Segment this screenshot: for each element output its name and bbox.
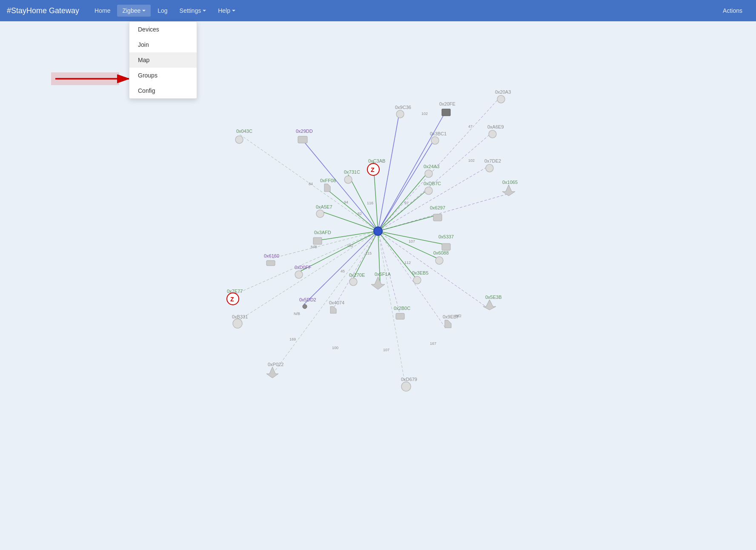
svg-point-76 bbox=[349, 278, 357, 286]
svg-line-8 bbox=[378, 231, 489, 309]
svg-text:0x7E77: 0x7E77 bbox=[227, 289, 243, 294]
svg-point-82 bbox=[233, 319, 242, 328]
map-area[interactable]: 84 94 82 102 115 116 97 107 112 N/B 45 1… bbox=[0, 21, 756, 550]
svg-text:0x29DD: 0x29DD bbox=[296, 129, 313, 134]
nav-help[interactable]: Help bbox=[213, 5, 241, 17]
svg-line-14 bbox=[229, 231, 378, 297]
svg-text:0x24A3: 0x24A3 bbox=[424, 164, 439, 169]
svg-rect-110 bbox=[433, 214, 442, 221]
svg-text:0x6160: 0x6160 bbox=[264, 253, 279, 258]
svg-text:116: 116 bbox=[367, 201, 373, 205]
svg-rect-112 bbox=[442, 243, 450, 250]
svg-line-31 bbox=[378, 231, 438, 259]
svg-text:0x270E: 0x270E bbox=[349, 272, 365, 278]
svg-line-35 bbox=[378, 111, 446, 231]
svg-text:112: 112 bbox=[404, 261, 411, 265]
svg-text:102: 102 bbox=[347, 243, 353, 248]
svg-line-32 bbox=[302, 140, 378, 231]
svg-text:0x20A3: 0x20A3 bbox=[495, 89, 511, 95]
svg-point-57 bbox=[374, 227, 382, 235]
nav-menu: Home Zigbee Log Settings Help bbox=[89, 5, 718, 17]
svg-text:0x3EB5: 0x3EB5 bbox=[412, 270, 429, 275]
svg-text:0x043C: 0x043C bbox=[236, 129, 252, 134]
svg-text:115: 115 bbox=[365, 251, 372, 255]
svg-point-102 bbox=[497, 95, 505, 103]
svg-text:169: 169 bbox=[289, 337, 296, 341]
svg-text:0xD0FF: 0xD0FF bbox=[295, 265, 311, 270]
svg-text:0x2B0C: 0x2B0C bbox=[394, 306, 410, 311]
svg-rect-70 bbox=[313, 238, 322, 244]
svg-rect-72 bbox=[266, 261, 275, 266]
svg-point-84 bbox=[303, 304, 307, 309]
menu-config[interactable]: Config bbox=[129, 83, 197, 98]
network-map: 84 94 82 102 115 116 97 107 112 N/B 45 1… bbox=[0, 21, 756, 550]
svg-text:0x6F1A: 0x6F1A bbox=[375, 272, 391, 277]
svg-text:100: 100 bbox=[332, 346, 338, 350]
menu-devices[interactable]: Devices bbox=[129, 22, 197, 37]
svg-line-29 bbox=[378, 215, 438, 231]
actions-menu[interactable]: Actions bbox=[718, 5, 749, 17]
svg-text:47: 47 bbox=[468, 124, 472, 129]
svg-text:0x3BC1: 0x3BC1 bbox=[430, 131, 447, 136]
svg-text:0x20FE: 0x20FE bbox=[439, 101, 455, 106]
zigbee-caret-icon bbox=[142, 10, 146, 11]
svg-line-16 bbox=[274, 231, 378, 372]
svg-text:0x6088: 0x6088 bbox=[433, 250, 449, 255]
nav-zigbee[interactable]: Zigbee bbox=[117, 5, 151, 17]
nav-home[interactable]: Home bbox=[89, 5, 115, 17]
svg-line-28 bbox=[378, 189, 428, 231]
svg-line-6 bbox=[378, 166, 489, 231]
svg-text:0xDB7C: 0xDB7C bbox=[424, 181, 441, 186]
svg-text:0xC3AB: 0xC3AB bbox=[368, 158, 385, 163]
svg-text:0xFF08: 0xFF08 bbox=[320, 178, 336, 183]
menu-join[interactable]: Join bbox=[129, 37, 197, 52]
svg-text:167: 167 bbox=[430, 341, 436, 346]
svg-text:107: 107 bbox=[383, 348, 389, 352]
svg-text:Z: Z bbox=[230, 296, 234, 303]
svg-text:102: 102 bbox=[421, 112, 428, 116]
svg-point-92 bbox=[401, 382, 411, 391]
svg-text:0xD679: 0xD679 bbox=[401, 377, 417, 382]
svg-point-58 bbox=[235, 136, 243, 143]
nav-log[interactable]: Log bbox=[152, 5, 172, 17]
svg-text:N/B: N/B bbox=[311, 245, 317, 249]
svg-rect-96 bbox=[442, 109, 450, 116]
svg-text:97: 97 bbox=[404, 201, 409, 205]
svg-text:107: 107 bbox=[409, 239, 415, 243]
navbar: #StayHome Gateway Home Zigbee Log Settin… bbox=[0, 0, 756, 21]
svg-text:0x5DD2: 0x5DD2 bbox=[299, 297, 316, 302]
svg-text:Z: Z bbox=[371, 166, 375, 173]
svg-text:0x9EBF: 0x9EBF bbox=[443, 314, 459, 319]
svg-point-114 bbox=[435, 257, 443, 264]
svg-text:0xA6E9: 0xA6E9 bbox=[487, 124, 504, 129]
zigbee-dropdown: Devices Join Map Groups Config bbox=[129, 21, 197, 99]
svg-text:0xA5E7: 0xA5E7 bbox=[316, 204, 332, 209]
svg-line-13 bbox=[270, 231, 378, 259]
svg-text:0xB331: 0xB331 bbox=[232, 314, 248, 319]
svg-point-65 bbox=[344, 176, 352, 183]
menu-groups[interactable]: Groups bbox=[129, 68, 197, 83]
svg-point-108 bbox=[425, 187, 432, 195]
svg-point-98 bbox=[431, 137, 439, 144]
svg-point-104 bbox=[486, 164, 493, 172]
svg-text:0x1065: 0x1065 bbox=[502, 180, 518, 185]
svg-text:0x9C36: 0x9C36 bbox=[395, 105, 411, 110]
svg-point-74 bbox=[295, 271, 303, 278]
svg-text:0x4074: 0x4074 bbox=[329, 300, 344, 305]
svg-text:0x3AFD: 0x3AFD bbox=[314, 230, 331, 235]
svg-text:82: 82 bbox=[358, 212, 362, 216]
svg-text:N/B: N/B bbox=[294, 312, 300, 316]
menu-map[interactable]: Map bbox=[129, 52, 197, 68]
svg-text:0x731C: 0x731C bbox=[344, 169, 360, 175]
svg-text:0x5E3B: 0x5E3B bbox=[485, 295, 502, 300]
svg-text:0xP022: 0xP022 bbox=[268, 362, 284, 367]
nav-settings[interactable]: Settings bbox=[175, 5, 212, 17]
svg-text:84: 84 bbox=[309, 182, 313, 186]
svg-rect-87 bbox=[396, 313, 404, 319]
svg-text:45: 45 bbox=[341, 269, 345, 273]
svg-line-27 bbox=[378, 172, 428, 231]
svg-text:94: 94 bbox=[344, 200, 348, 204]
svg-text:0x7DE2: 0x7DE2 bbox=[484, 158, 501, 163]
settings-caret-icon bbox=[203, 10, 206, 11]
app-title: #StayHome Gateway bbox=[7, 6, 79, 15]
